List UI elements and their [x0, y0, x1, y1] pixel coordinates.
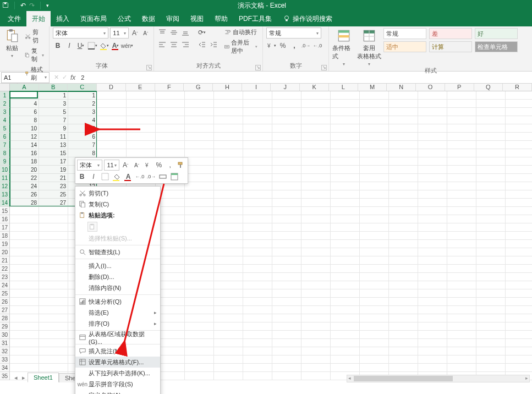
cell[interactable]	[185, 149, 214, 157]
cell[interactable]	[447, 157, 476, 166]
decrease-font-icon[interactable]: Aˇ	[141, 28, 150, 38]
cell[interactable]	[272, 355, 301, 364]
cell[interactable]: 27	[39, 199, 68, 207]
mini-inc-decimal-icon[interactable]: .0→	[146, 172, 156, 182]
column-header[interactable]: Q	[474, 84, 503, 91]
select-all-corner[interactable]	[0, 84, 10, 91]
cell[interactable]	[389, 141, 418, 149]
cell[interactable]: 5	[68, 124, 97, 133]
cell[interactable]	[214, 116, 243, 124]
mini-percent-icon[interactable]: %	[154, 160, 163, 170]
cell[interactable]: 26	[10, 190, 39, 199]
cell[interactable]	[389, 199, 418, 207]
mini-fill-color-icon[interactable]	[112, 172, 122, 182]
cell[interactable]	[447, 108, 476, 116]
cell[interactable]: 7	[39, 116, 68, 124]
cell[interactable]	[272, 232, 301, 240]
cell[interactable]	[185, 207, 214, 215]
cell[interactable]	[301, 322, 331, 331]
cell[interactable]	[360, 248, 389, 256]
row-header[interactable]: 20	[0, 248, 10, 256]
row-header[interactable]: 3	[0, 108, 10, 116]
row-header[interactable]: 8	[0, 149, 10, 157]
cell[interactable]	[10, 232, 39, 240]
ctx-sort[interactable]: 排序(O)▸	[75, 318, 160, 329]
cell[interactable]	[360, 133, 389, 141]
row-header[interactable]: 18	[0, 232, 10, 240]
cell[interactable]	[447, 182, 476, 190]
redo-icon[interactable]: ↷	[29, 2, 35, 9]
cell[interactable]	[301, 108, 331, 116]
format-painter-button[interactable]: 格式刷	[23, 65, 46, 83]
cell[interactable]	[476, 199, 506, 207]
style-neutral[interactable]: 适中	[383, 41, 426, 52]
cell[interactable]	[389, 298, 418, 306]
cell[interactable]	[185, 141, 214, 149]
cell[interactable]	[331, 100, 360, 108]
cell[interactable]	[243, 166, 272, 174]
enter-formula-icon[interactable]: ✓	[62, 74, 67, 81]
cell[interactable]: 4	[10, 100, 39, 108]
cell[interactable]	[272, 265, 301, 273]
increase-indent-icon[interactable]	[209, 40, 218, 50]
cell[interactable]	[301, 347, 331, 355]
column-header[interactable]: A	[10, 84, 39, 91]
cell[interactable]	[214, 199, 243, 207]
row-header[interactable]: 24	[0, 281, 10, 289]
cell[interactable]	[214, 273, 243, 281]
cell[interactable]	[331, 331, 360, 339]
cell[interactable]	[418, 273, 447, 281]
cell[interactable]	[243, 124, 272, 133]
cell[interactable]	[185, 124, 214, 133]
percent-format-icon[interactable]: %	[278, 41, 288, 51]
cell[interactable]	[506, 306, 532, 314]
cell[interactable]	[447, 100, 476, 108]
number-format-combo[interactable]: 常规▾	[266, 28, 321, 39]
cell[interactable]	[389, 174, 418, 182]
cell[interactable]	[418, 240, 447, 248]
cell[interactable]	[418, 322, 447, 331]
ctx-quick-analysis[interactable]: 快速分析(Q)	[75, 296, 160, 307]
cell[interactable]	[331, 199, 360, 207]
row-header[interactable]: 11	[0, 174, 10, 182]
cell[interactable]	[185, 347, 214, 355]
cell[interactable]	[331, 91, 360, 100]
tell-me-search[interactable]: 操作说明搜索	[277, 11, 332, 26]
cell[interactable]	[39, 339, 68, 347]
cell[interactable]	[301, 116, 331, 124]
cell[interactable]	[447, 314, 476, 322]
cell[interactable]	[185, 100, 214, 108]
cell[interactable]	[214, 141, 243, 149]
sheet-nav-prev-icon[interactable]: ◂	[12, 374, 20, 381]
cell[interactable]	[389, 256, 418, 265]
cell[interactable]	[272, 322, 301, 331]
cell[interactable]	[301, 281, 331, 289]
cell[interactable]	[214, 108, 243, 116]
cell[interactable]	[389, 331, 418, 339]
cell[interactable]	[214, 182, 243, 190]
cell[interactable]	[506, 116, 532, 124]
tab-review[interactable]: 审阅	[161, 11, 185, 26]
cell[interactable]	[214, 256, 243, 265]
cell[interactable]	[243, 190, 272, 199]
cell[interactable]	[331, 339, 360, 347]
column-header[interactable]: N	[387, 84, 416, 91]
cell[interactable]	[156, 91, 185, 100]
cell[interactable]	[301, 223, 331, 232]
cell[interactable]	[185, 281, 214, 289]
cell[interactable]	[418, 347, 447, 355]
cell[interactable]	[447, 339, 476, 347]
cell[interactable]	[39, 314, 68, 322]
cell[interactable]	[214, 240, 243, 248]
cell[interactable]	[243, 108, 272, 116]
cell[interactable]	[272, 273, 301, 281]
row-header[interactable]: 32	[0, 347, 10, 355]
cell[interactable]	[447, 364, 476, 372]
ctx-define-name[interactable]: 定义名称(A)...	[75, 390, 160, 394]
cell[interactable]	[389, 364, 418, 372]
cell[interactable]	[243, 298, 272, 306]
row-header[interactable]: 1	[0, 91, 10, 100]
cell[interactable]	[418, 281, 447, 289]
cell[interactable]	[418, 174, 447, 182]
cell[interactable]: 2	[10, 91, 39, 100]
